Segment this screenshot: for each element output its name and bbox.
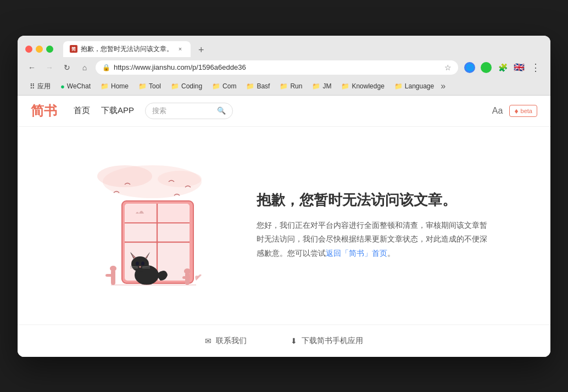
jianshu-header: 简书 首页 下载APP 搜索 🔍 Aa ♦ beta — [18, 96, 550, 127]
tab-close-button[interactable]: × — [176, 45, 184, 53]
bookmark-knowledge[interactable]: 📁 Knowledge — [337, 81, 388, 92]
bookmark-knowledge-label: Knowledge — [352, 82, 384, 90]
error-content: 抱歉，您暂时无法访问该文章。 您好，我们正在对平台内容进行全面整顿和清查，审核期… — [257, 191, 487, 260]
header-right: Aa ♦ beta — [492, 105, 537, 117]
svg-point-15 — [131, 256, 149, 272]
beta-label: beta — [521, 108, 532, 114]
extensions-button[interactable]: 🧩 — [495, 60, 510, 75]
folder-icon: 📁 — [394, 82, 403, 90]
url-bar[interactable]: 🔒 https://www.jianshu.com/p/1596a6edde36… — [96, 60, 458, 75]
flag-icon: 🇬🇧 — [512, 60, 526, 75]
footer-contact-label: 联系我们 — [216, 336, 247, 346]
error-title: 抱歉，您暂时无法访问该文章。 — [257, 191, 487, 210]
globe-button[interactable]: 🌐 — [463, 60, 477, 75]
svg-point-29 — [110, 266, 116, 271]
mail-icon: ✉ — [205, 337, 211, 345]
bookmark-com[interactable]: 📁 Com — [208, 81, 241, 92]
svg-point-20 — [136, 261, 139, 265]
nav-home[interactable]: 首页 — [74, 105, 90, 116]
error-illustration — [81, 149, 224, 303]
folder-icon: 📁 — [138, 82, 147, 90]
lock-icon: 🔒 — [102, 64, 110, 71]
wechat-icon: ● — [60, 82, 65, 91]
bookmark-star-icon[interactable]: ☆ — [444, 63, 452, 72]
folder-icon: 📁 — [341, 82, 349, 90]
bookmark-language-label: Language — [405, 82, 434, 90]
back-button[interactable]: ← — [25, 61, 38, 74]
bookmark-tool[interactable]: 📁 Tool — [134, 81, 165, 92]
footer-contact[interactable]: ✉ 联系我们 — [205, 336, 247, 346]
minimize-window-button[interactable] — [36, 46, 43, 53]
svg-point-32 — [184, 268, 191, 274]
svg-rect-10 — [125, 223, 157, 242]
svg-point-21 — [141, 261, 144, 265]
nav-download[interactable]: 下载APP — [101, 105, 134, 116]
tab-title: 抱歉，您暂时无法访问该文章。 — [81, 44, 173, 54]
svg-rect-28 — [111, 270, 115, 285]
svg-point-2 — [158, 171, 202, 187]
maximize-window-button[interactable] — [46, 46, 53, 53]
tab-area: 简 抱歉，您暂时无法访问该文章。 × + — [63, 41, 543, 57]
more-bookmarks-button[interactable]: » — [441, 81, 446, 91]
bookmark-coding[interactable]: 📁 Coding — [166, 81, 207, 92]
folder-icon: 📁 — [280, 82, 288, 90]
bookmark-apps-label: 应用 — [37, 82, 51, 91]
footer-download[interactable]: ⬇ 下载简书手机应用 — [291, 336, 363, 346]
search-icon: 🔍 — [217, 107, 226, 115]
tab-favicon: 简 — [70, 45, 77, 53]
folder-icon: 📁 — [246, 82, 254, 90]
svg-point-22 — [139, 266, 141, 267]
refresh-button[interactable]: ↻ — [60, 61, 74, 74]
new-tab-button[interactable]: + — [194, 43, 209, 57]
folder-icon: 📁 — [212, 82, 220, 90]
search-bar[interactable]: 搜索 🔍 — [145, 103, 233, 119]
bookmark-apps[interactable]: ⠿ 应用 — [25, 80, 55, 93]
footer-download-label: 下载简书手机应用 — [302, 336, 363, 346]
return-home-link[interactable]: 返回「简书」首页 — [326, 249, 387, 257]
bookmark-jm[interactable]: 📁 JM — [308, 81, 336, 92]
main-content: 抱歉，您暂时无法访问该文章。 您好，我们正在对平台内容进行全面整顿和清查，审核期… — [18, 127, 550, 324]
error-description: 您好，我们正在对平台内容进行全面整顿和清查，审核期间该文章暂时无法访问，我们会尽… — [257, 219, 487, 260]
folder-icon: 📁 — [312, 82, 320, 90]
close-window-button[interactable] — [25, 46, 32, 53]
bookmarks-bar: ⠿ 应用 ● WeChat 📁 Home 📁 Tool 📁 Coding 📁 C… — [18, 78, 550, 96]
bookmark-home[interactable]: 📁 Home — [96, 81, 133, 92]
traffic-lights — [25, 46, 53, 53]
bookmark-jm-label: JM — [322, 82, 331, 90]
bookmark-basf[interactable]: 📁 Basf — [242, 81, 274, 92]
search-placeholder: 搜索 — [152, 106, 214, 116]
bookmark-coding-label: Coding — [181, 82, 202, 90]
bookmark-com-label: Com — [222, 82, 236, 90]
bookmark-wechat-label: WeChat — [67, 82, 91, 90]
url-text: https://www.jianshu.com/p/1596a6edde36 — [114, 63, 441, 71]
svg-rect-11 — [158, 223, 189, 242]
bookmark-wechat[interactable]: ● WeChat — [56, 81, 95, 92]
svg-rect-30 — [105, 274, 113, 277]
profile-button[interactable] — [479, 60, 493, 75]
title-bar: 简 抱歉，您暂时无法访问该文章。 × + — [18, 36, 550, 57]
jianshu-logo[interactable]: 简书 — [31, 102, 57, 120]
bookmark-tool-label: Tool — [149, 82, 161, 90]
diamond-badge[interactable]: ♦ beta — [509, 105, 537, 117]
bookmark-run-label: Run — [290, 82, 302, 90]
bookmark-basf-label: Basf — [257, 82, 270, 90]
bookmark-home-label: Home — [111, 82, 129, 90]
font-size-button[interactable]: Aa — [492, 106, 503, 116]
svg-rect-9 — [158, 204, 189, 222]
forward-button[interactable]: → — [43, 61, 56, 74]
browser-tab[interactable]: 简 抱歉，您暂时无法访问该文章。 × — [63, 41, 191, 57]
browser-window: 简 抱歉，您暂时无法访问该文章。 × + ← → ↻ ⌂ 🔒 https://w… — [18, 36, 550, 357]
bookmark-run[interactable]: 📁 Run — [275, 81, 307, 92]
jianshu-nav: 首页 下载APP — [74, 105, 134, 116]
apps-icon: ⠿ — [30, 82, 35, 91]
diamond-icon: ♦ — [514, 107, 518, 115]
home-button[interactable]: ⌂ — [78, 61, 91, 74]
more-options-button[interactable]: ⋮ — [528, 60, 543, 75]
page-content: 简书 首页 下载APP 搜索 🔍 Aa ♦ beta — [18, 96, 550, 357]
browser-actions: 🌐 🧩 🇬🇧 ⋮ — [463, 60, 543, 75]
address-bar: ← → ↻ ⌂ 🔒 https://www.jianshu.com/p/1596… — [18, 57, 550, 78]
bookmark-language[interactable]: 📁 Language — [390, 81, 438, 92]
download-icon: ⬇ — [291, 337, 297, 345]
folder-icon: 📁 — [101, 82, 109, 90]
page-footer: ✉ 联系我们 ⬇ 下载简书手机应用 — [18, 324, 550, 357]
